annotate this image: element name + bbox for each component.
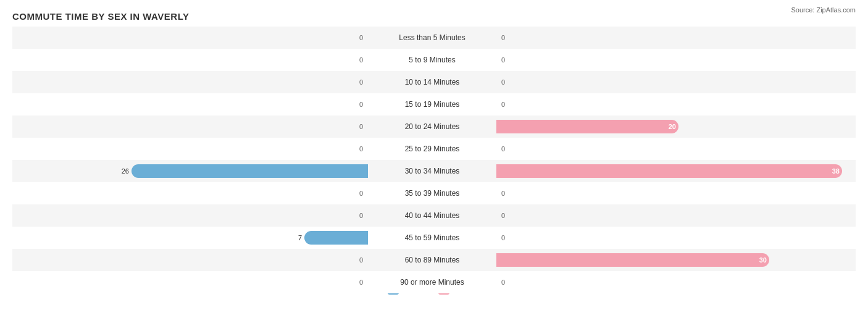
- male-zero-bar: [365, 142, 368, 156]
- center-label: Less than 5 Minutes: [370, 33, 494, 42]
- right-side: 30: [494, 249, 852, 271]
- left-side: 0: [12, 27, 370, 49]
- male-zero-bar: [365, 98, 368, 111]
- male-zero-bar: [365, 53, 368, 67]
- left-side: 0: [12, 182, 370, 204]
- male-zero-bar: [365, 209, 368, 222]
- female-zero-label: 0: [499, 212, 507, 219]
- center-label: 90 or more Minutes: [370, 278, 494, 287]
- center-label: 5 to 9 Minutes: [370, 56, 494, 64]
- right-side: 0: [494, 71, 852, 93]
- right-side: 0: [494, 227, 852, 249]
- female-zero-label: 0: [499, 234, 507, 241]
- bar-row: 2630 to 34 Minutes38: [12, 160, 856, 182]
- bar-row: 035 to 39 Minutes0: [12, 182, 856, 204]
- right-side: 0: [494, 182, 852, 204]
- center-label: 60 to 89 Minutes: [370, 256, 494, 264]
- center-label: 35 to 39 Minutes: [370, 189, 494, 198]
- male-zero-label: 0: [357, 56, 365, 64]
- right-side: 20: [494, 115, 852, 138]
- male-zero-bar: [365, 31, 368, 44]
- bars-area: 0Less than 5 Minutes005 to 9 Minutes0010…: [12, 27, 856, 267]
- center-label: 25 to 29 Minutes: [370, 145, 494, 153]
- bar-row: 040 to 44 Minutes0: [12, 204, 856, 227]
- male-zero-label: 0: [357, 212, 365, 219]
- center-label: 15 to 19 Minutes: [370, 100, 494, 109]
- center-label: 45 to 59 Minutes: [370, 233, 494, 242]
- right-side: 0: [494, 204, 852, 227]
- left-side: 26: [12, 160, 370, 182]
- bar-row: 0Less than 5 Minutes0: [12, 27, 856, 49]
- left-side: 0: [12, 71, 370, 93]
- right-side: 0: [494, 49, 852, 71]
- male-zero-bar: [365, 253, 368, 267]
- male-value-outside: 26: [119, 167, 131, 175]
- male-value-outside: 7: [296, 234, 304, 241]
- bar-row: 745 to 59 Minutes0: [12, 227, 856, 249]
- female-value-inside: 30: [757, 256, 769, 264]
- bar-row: 05 to 9 Minutes0: [12, 49, 856, 71]
- center-label: 30 to 34 Minutes: [370, 167, 494, 175]
- right-side: 0: [494, 93, 852, 115]
- bar-row: 090 or more Minutes0: [12, 271, 856, 293]
- male-zero-bar: [365, 120, 368, 133]
- bar-row: 015 to 19 Minutes0: [12, 93, 856, 115]
- right-side: 0: [494, 27, 852, 49]
- right-side: 0: [494, 271, 852, 293]
- source-label: Source: ZipAtlas.com: [791, 6, 856, 14]
- male-zero-bar: [365, 275, 368, 289]
- left-side: 0: [12, 93, 370, 115]
- female-bar: 38: [496, 164, 842, 178]
- right-side: 0: [494, 138, 852, 160]
- female-zero-label: 0: [499, 190, 507, 197]
- male-bar: [131, 164, 368, 178]
- male-bar: [304, 231, 368, 245]
- left-side: 0: [12, 138, 370, 160]
- male-zero-label: 0: [357, 34, 365, 41]
- female-value-inside: 38: [830, 167, 842, 175]
- female-bar: 30: [496, 253, 769, 267]
- left-side: 0: [12, 249, 370, 271]
- left-side: 7: [12, 227, 370, 249]
- left-side: 0: [12, 49, 370, 71]
- bar-row: 020 to 24 Minutes20: [12, 115, 856, 138]
- left-side: 0: [12, 204, 370, 227]
- chart-container: COMMUTE TIME BY SEX IN WAVERLY Source: Z…: [0, 0, 868, 323]
- left-side: 0: [12, 115, 370, 138]
- male-zero-label: 0: [357, 145, 365, 153]
- female-zero-label: 0: [499, 145, 507, 153]
- female-zero-label: 0: [499, 56, 507, 64]
- female-zero-label: 0: [499, 78, 507, 86]
- male-zero-bar: [365, 75, 368, 89]
- female-value-inside: 20: [666, 123, 678, 130]
- right-side: 38: [494, 160, 852, 182]
- male-zero-bar: [365, 187, 368, 200]
- male-zero-label: 0: [357, 279, 365, 286]
- center-label: 20 to 24 Minutes: [370, 122, 494, 131]
- female-zero-label: 0: [499, 279, 507, 286]
- male-zero-label: 0: [357, 123, 365, 130]
- male-zero-label: 0: [357, 256, 365, 264]
- center-label: 40 to 44 Minutes: [370, 211, 494, 220]
- female-bar: 20: [496, 120, 678, 133]
- bar-row: 025 to 29 Minutes0: [12, 138, 856, 160]
- bar-row: 010 to 14 Minutes0: [12, 71, 856, 93]
- chart-title: COMMUTE TIME BY SEX IN WAVERLY: [12, 6, 856, 24]
- left-side: 0: [12, 271, 370, 293]
- female-zero-label: 0: [499, 101, 507, 108]
- center-label: 10 to 14 Minutes: [370, 78, 494, 86]
- male-zero-label: 0: [357, 78, 365, 86]
- female-zero-label: 0: [499, 34, 507, 41]
- bar-row: 060 to 89 Minutes30: [12, 249, 856, 271]
- male-zero-label: 0: [357, 190, 365, 197]
- male-zero-label: 0: [357, 101, 365, 108]
